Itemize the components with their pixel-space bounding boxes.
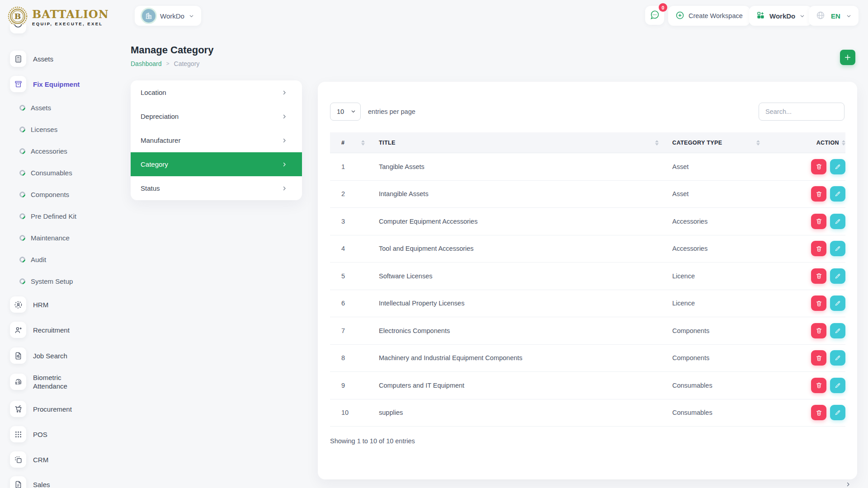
bullet-donut-icon <box>18 212 26 220</box>
workdo-menu-button[interactable]: WorkDo <box>749 6 812 26</box>
edit-button[interactable] <box>830 296 845 311</box>
bullet-donut-icon <box>18 277 26 285</box>
edit-button[interactable] <box>830 159 845 174</box>
grid-dots-icon <box>10 426 26 442</box>
delete-button[interactable] <box>811 378 826 393</box>
bullet-donut-icon <box>18 147 26 155</box>
table-row: 10 supplies Consumables <box>330 399 845 427</box>
table-row: 7 Electronics Components Components <box>330 317 845 345</box>
column-header-action[interactable]: ACTION <box>762 132 845 153</box>
table-summary: Showing 1 to 10 of 10 entries <box>330 437 415 445</box>
chat-bubble-icon <box>650 10 660 21</box>
delete-button[interactable] <box>811 268 826 284</box>
sort-icon <box>842 140 845 145</box>
grid-plus-icon <box>756 11 765 21</box>
workdo-menu-label: WorkDo <box>769 12 795 20</box>
bullet-donut-icon <box>18 255 26 263</box>
edit-button[interactable] <box>830 186 845 202</box>
edit-button[interactable] <box>830 323 845 338</box>
bullet-donut-icon <box>18 234 26 242</box>
edit-button[interactable] <box>830 350 845 366</box>
setup-submenu-card: Location Depreciation Manufacturer Categ… <box>131 80 302 200</box>
globe-icon <box>816 11 825 21</box>
table-row: 8 Machinery and Industrial Equipment Com… <box>330 345 845 372</box>
entries-per-page-label: entries per page <box>368 108 415 115</box>
submenu-item-status[interactable]: Status <box>131 176 302 200</box>
create-workspace-button[interactable]: Create Workspace <box>668 6 750 26</box>
edit-button[interactable] <box>830 378 845 393</box>
user-plus-icon <box>10 322 26 338</box>
column-header-number[interactable]: # <box>330 132 368 153</box>
workspace-selector[interactable]: WorkDo <box>135 6 201 26</box>
chevron-right-icon <box>282 90 287 95</box>
edit-button[interactable] <box>830 405 845 420</box>
chevron-right-icon <box>282 186 287 191</box>
sidebar-subitem-accessories[interactable]: Accessories <box>19 145 67 156</box>
bullet-donut-icon <box>18 190 26 198</box>
shopping-cart-icon <box>10 401 26 417</box>
delete-button[interactable] <box>811 405 826 420</box>
sidebar-item-partial[interactable] <box>10 24 26 33</box>
create-workspace-label: Create Workspace <box>689 12 743 19</box>
messages-button[interactable]: 0 <box>645 6 664 25</box>
submenu-item-manufacturer[interactable]: Manufacturer <box>131 128 302 152</box>
chevron-down-icon <box>189 12 194 20</box>
chevron-down-icon <box>846 12 851 20</box>
language-selector[interactable]: EN <box>809 6 859 26</box>
delete-button[interactable] <box>811 159 826 174</box>
submenu-item-category[interactable]: Category <box>131 152 302 176</box>
sidebar-subitem-audit[interactable]: Audit <box>19 254 46 265</box>
sidebar-subitem-consumables[interactable]: Consumables <box>19 167 72 178</box>
delete-button[interactable] <box>811 296 826 311</box>
table-row: 4 Tool and Equipment Accessories Accesso… <box>330 235 845 263</box>
column-header-category-type[interactable]: CATEGORY TYPE <box>662 132 762 153</box>
sidebar-subitem-assets[interactable]: Assets <box>19 102 51 113</box>
bullet-donut-icon <box>18 103 26 112</box>
chevron-right-icon <box>282 162 287 167</box>
workspace-label: WorkDo <box>160 12 184 20</box>
file-search-icon <box>10 347 26 364</box>
sidebar-subitem-system-setup[interactable]: System Setup <box>19 276 73 286</box>
delete-button[interactable] <box>811 186 826 202</box>
delete-button[interactable] <box>811 350 826 366</box>
overlapping-squares-icon <box>10 451 26 468</box>
table-row: 2 Intangible Assets Asset <box>330 181 845 208</box>
sidebar-subitem-maintenance[interactable]: Maintenance <box>19 232 70 243</box>
submenu-item-location[interactable]: Location <box>131 80 302 104</box>
breadcrumb-separator: > <box>166 61 170 67</box>
add-category-button[interactable] <box>840 50 855 65</box>
category-table-card: 10 entries per page # TITLE CATEGORY TYP… <box>318 82 857 479</box>
calculator-icon <box>10 51 26 67</box>
submenu-item-depreciation[interactable]: Depreciation <box>131 104 302 128</box>
svg-text:B: B <box>14 12 21 21</box>
sidebar-subitem-pre-defined-kit[interactable]: Pre Defined Kit <box>19 211 76 221</box>
delete-button[interactable] <box>811 323 826 338</box>
table-row: 5 Software Licenses Licence <box>330 263 845 290</box>
sidebar-item-label: Assets <box>33 55 53 63</box>
sidebar-subitem-components[interactable]: Components <box>19 189 69 200</box>
column-header-title[interactable]: TITLE <box>368 132 662 153</box>
breadcrumb-dashboard-link[interactable]: Dashboard <box>131 60 162 67</box>
building-icon <box>142 9 156 23</box>
table-row: 6 Intellectual Property Licenses Licence <box>330 290 845 318</box>
bullet-donut-icon <box>18 169 26 177</box>
delete-button[interactable] <box>811 241 826 256</box>
fingerprint-icon <box>10 374 26 390</box>
delete-button[interactable] <box>811 214 826 229</box>
chevron-right-icon <box>845 482 851 487</box>
sidebar-subitem-licenses[interactable]: Licenses <box>19 124 57 135</box>
table-row: 3 Computer Equipment Accessories Accesso… <box>330 208 845 235</box>
page-title: Manage Category <box>131 44 213 56</box>
sort-icon <box>655 140 659 145</box>
search-input[interactable] <box>759 103 844 121</box>
table-row: 9 Computers and IT Equipment Consumables <box>330 372 845 399</box>
sidebar-item-label: Fix Equipment <box>33 80 80 88</box>
brand-name: BATTALION <box>32 9 109 20</box>
edit-button[interactable] <box>830 214 845 229</box>
edit-button[interactable] <box>830 268 845 284</box>
edit-button[interactable] <box>830 241 845 256</box>
hrm-user-circle-icon <box>10 296 26 313</box>
language-code: EN <box>831 12 840 20</box>
page-size-select[interactable]: 10 <box>330 103 361 121</box>
equipment-box-icon <box>10 76 26 92</box>
